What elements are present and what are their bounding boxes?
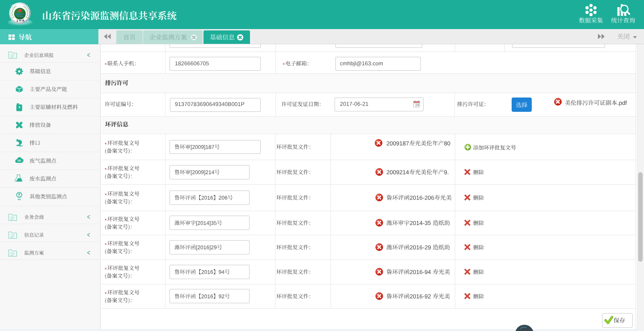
svg-text:15: 15 xyxy=(415,103,419,107)
svg-text:Z H B: Z H B xyxy=(17,19,25,22)
svg-text:co: co xyxy=(17,159,21,162)
